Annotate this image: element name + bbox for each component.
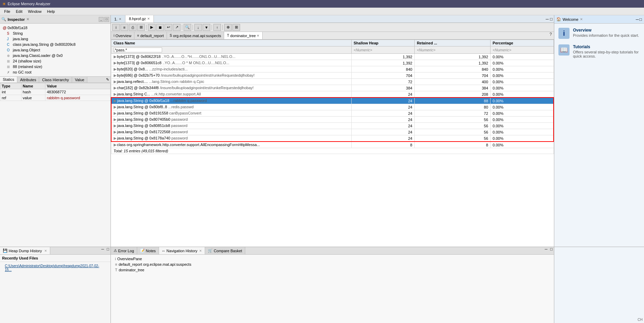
heap-dump-close[interactable]: ✕: [44, 249, 47, 253]
toolbar-back-btn[interactable]: ↩: [165, 24, 172, 31]
main-tab-hprof-close[interactable]: ✕: [147, 17, 150, 20]
tab-class-hierarchy[interactable]: Class Hierarchy: [39, 77, 72, 83]
sub-tab-overview[interactable]: i Overview: [111, 32, 134, 39]
sub-tab-dominator-close[interactable]: ✕: [257, 34, 259, 37]
attr-row-value[interactable]: ref value rabbitm q.password: [0, 95, 111, 101]
heap-min-btn[interactable]: ─: [100, 247, 106, 254]
tree-string[interactable]: S String: [0, 31, 111, 36]
nav-item-report[interactable]: ≡ default_report org.eclipse.mat.api:sus…: [114, 262, 551, 267]
tree-classloader[interactable]: ⊕ java.lang.ClassLoader @ 0x0: [0, 53, 111, 58]
table-row[interactable]: ▶java.lang.String @ 0x8191558 canBypassC…: [111, 110, 554, 117]
expand-icon[interactable]: ▶: [114, 130, 116, 134]
tree-object[interactable]: O java.lang.Object: [0, 47, 111, 53]
expand-icon[interactable]: ▶: [114, 105, 116, 109]
nav-history-tab[interactable]: ↔ Navigation History ✕: [159, 247, 205, 254]
inspector-max-btn[interactable]: □: [104, 17, 109, 22]
toolbar-list-btn[interactable]: ≡: [121, 24, 128, 31]
menu-help[interactable]: Help: [44, 9, 58, 14]
tab-statics[interactable]: Statics: [0, 77, 17, 83]
bottom-right-btn[interactable]: CH: [638, 318, 643, 322]
attr-row-hash[interactable]: int hash 483068772: [0, 89, 111, 95]
sub-tab-default-report[interactable]: ≡ default_report: [134, 32, 167, 39]
expand-icon[interactable]: ▶: [114, 54, 116, 59]
nav-max-btn[interactable]: □: [549, 247, 554, 254]
toolbar-forward-btn[interactable]: ↗: [173, 24, 180, 31]
menu-edit[interactable]: Edit: [13, 9, 25, 14]
tree-class-string[interactable]: C class java.lang.String @ 0x800209c8: [0, 42, 111, 47]
expand-icon[interactable]: ▶: [114, 79, 116, 84]
table-row[interactable]: ▶java.lang.reflect.... ...lang.String.co…: [111, 79, 554, 85]
expand-icon[interactable]: ▶: [114, 124, 116, 128]
welcome-max-icon[interactable]: □: [639, 17, 642, 22]
toolbar-grid-btn[interactable]: ⊞: [137, 24, 145, 31]
expand-icon[interactable]: ▶: [114, 86, 116, 90]
toolbar-search-btn[interactable]: 🔍: [184, 24, 191, 31]
table-row[interactable]: ▶java.lang.String @ 0x8178a740 password2…: [111, 135, 554, 142]
nav-history-close[interactable]: ✕: [199, 249, 202, 253]
welcome-tutorials[interactable]: 📖 Tutorials Offers several step-by-step …: [558, 44, 640, 58]
help-btn[interactable]: ?: [547, 32, 554, 39]
inspector-tab-action[interactable]: ✎: [105, 77, 111, 83]
toolbar-up-btn[interactable]: ↑: [213, 24, 221, 31]
heap-file-item[interactable]: C:\Users\Administrator\Desktop\dump\heap…: [3, 263, 108, 272]
heap-max-btn[interactable]: □: [105, 247, 111, 254]
toolbar-add-btn[interactable]: ⊕: [224, 24, 232, 31]
tree-retained[interactable]: ⊞ 88 (retained size): [0, 64, 111, 69]
notes-tab[interactable]: 📝 Notes: [137, 247, 159, 254]
tab-attributes[interactable]: Attributes: [17, 77, 39, 83]
welcome-close-icon[interactable]: ✕: [580, 17, 583, 21]
table-row[interactable]: ▶java.lang.String @ 0x807405b0 password2…: [111, 117, 554, 123]
expand-icon[interactable]: ▶: [114, 117, 116, 121]
table-row[interactable]: ▶java.lang.String @ 0x80851cb8 password2…: [111, 123, 554, 129]
table-row[interactable]: ▶class org.springframework.http.converte…: [111, 142, 554, 148]
nav-item-dominator[interactable]: T dominator_tree: [114, 267, 551, 273]
main-tab-1-close[interactable]: ✕: [119, 17, 122, 21]
inspector-min-btn[interactable]: _: [99, 17, 104, 22]
col-retained-heap[interactable]: Retained ...: [415, 40, 491, 46]
col-percentage[interactable]: Percentage: [491, 40, 554, 46]
welcome-min-icon[interactable]: ─: [636, 17, 639, 22]
compare-basket-tab[interactable]: 🛒 Compare Basket: [205, 247, 245, 254]
welcome-overview[interactable]: i Overview Provides information for the …: [558, 28, 640, 39]
expand-icon[interactable]: ▶: [114, 143, 116, 147]
table-row[interactable]: ▶byte[820] @ 0x8... ...zz/mp-includes/ac…: [111, 66, 554, 73]
inspector-close-icon[interactable]: ✕: [26, 17, 29, 21]
toolbar-down-btn[interactable]: ↓: [194, 24, 202, 31]
toolbar-grid2-btn[interactable]: ⊞: [232, 24, 240, 31]
expand-icon[interactable]: ▶: [114, 111, 116, 115]
table-row[interactable]: ▶java.lang.String @ 0x81722568 password2…: [111, 129, 554, 135]
toolbar-save-btn[interactable]: ⎙: [129, 24, 136, 31]
nav-item-overview[interactable]: i OverviewPane: [114, 256, 551, 262]
heap-dump-tab[interactable]: 💾 Heap Dump History ✕: [0, 247, 50, 254]
expand-icon[interactable]: ▶: [114, 99, 116, 103]
expand-icon[interactable]: ▶: [114, 67, 116, 71]
table-row[interactable]: ▶byte[1373] @ 0x806651c8 ..YO..A.......O…: [111, 60, 554, 66]
table-row[interactable]: ▶java.lang.String @ 0x80bf8..8 ...redis.…: [111, 104, 554, 110]
error-log-tab[interactable]: ⚠ Error Log: [111, 247, 137, 254]
tree-gcroot[interactable]: ✗ no GC root: [0, 69, 111, 75]
main-tab-hprof[interactable]: 8.hprof.gz ✕: [125, 15, 154, 23]
table-row[interactable]: ▶byte[1373] @ 0x80622f18 ..YO..A.......O…: [111, 54, 554, 60]
toolbar-dropdown-btn[interactable]: ▼: [203, 24, 210, 31]
table-row[interactable]: ▶byte[686] @ 0x82b75+70 /insure/bulkuplo…: [111, 73, 554, 79]
sub-tab-suspects[interactable]: S org.eclipse.mat.api:suspects: [167, 32, 224, 39]
menu-window[interactable]: Window: [25, 9, 44, 14]
main-tab-1[interactable]: 1. ✕: [111, 15, 125, 23]
col-shallow-heap[interactable]: Shallow Heap: [351, 40, 414, 46]
expand-icon[interactable]: ▶: [114, 136, 116, 140]
expand-icon[interactable]: ▶: [114, 61, 116, 65]
nav-min-btn[interactable]: ─: [544, 247, 549, 254]
data-table-container[interactable]: Class Name Shallow Heap Retained ... Per…: [111, 40, 554, 247]
menu-file[interactable]: File: [1, 9, 13, 14]
toolbar-info-btn[interactable]: i: [112, 24, 120, 31]
inspector-object-root[interactable]: @ 0x80bf1a18: [0, 25, 111, 31]
tree-shallow[interactable]: ⊞ 24 (shallow size): [0, 58, 111, 64]
table-row[interactable]: ▶java.lang.String C... ...rk.http.conver…: [111, 91, 554, 98]
tab-value[interactable]: Value: [72, 77, 87, 83]
expand-icon[interactable]: ▶: [114, 73, 116, 77]
maximize-icon[interactable]: □: [550, 17, 553, 22]
minimize-icon[interactable]: ─: [546, 17, 549, 22]
table-row[interactable]: ▶char[182] @ 0x82b344f8 /insure/bulkuplo…: [111, 85, 554, 91]
sub-tab-dominator[interactable]: T dominator_tree ✕: [224, 32, 263, 39]
filter-input[interactable]: [114, 48, 162, 52]
